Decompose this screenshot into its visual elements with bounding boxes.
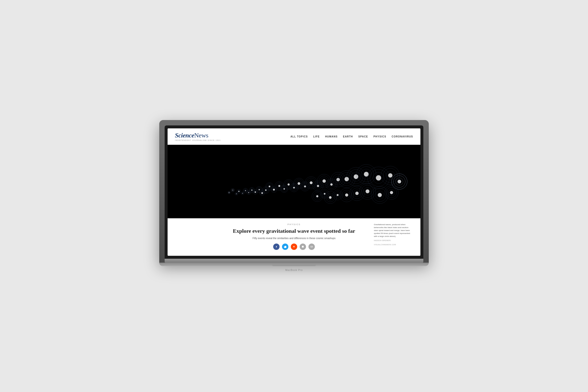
article-title: Explore every gravitational wave event s… — [222, 228, 366, 234]
laptop-bottom-bar — [165, 259, 423, 263]
svg-point-12 — [238, 191, 240, 192]
logo-tagline: INDEPENDENT JOURNALISM SINCE 1921 — [175, 140, 221, 141]
svg-point-99 — [324, 193, 326, 195]
article-main: PHYSICS Explore every gravitational wave… — [222, 223, 366, 250]
gravitational-waves-viz — [168, 145, 420, 218]
svg-point-6 — [232, 190, 233, 190]
svg-point-119 — [354, 174, 358, 179]
nav-physics[interactable]: PHYSICS — [374, 135, 386, 138]
svg-point-9 — [236, 194, 237, 194]
article-area: PHYSICS Explore every gravitational wave… — [168, 218, 420, 256]
svg-point-151 — [398, 180, 401, 184]
hero-image — [168, 145, 420, 218]
svg-rect-155 — [311, 246, 312, 247]
share-print-button[interactable] — [300, 244, 306, 250]
svg-point-139 — [378, 193, 382, 197]
share-twitter-button[interactable] — [282, 244, 288, 250]
svg-point-87 — [330, 183, 333, 186]
svg-point-79 — [317, 185, 319, 187]
svg-point-55 — [284, 188, 285, 190]
laptop-stand — [159, 263, 429, 266]
svg-point-15 — [242, 193, 243, 194]
svg-rect-0 — [184, 145, 404, 218]
svg-point-44 — [269, 186, 270, 188]
svg-point-95 — [316, 195, 318, 198]
nav-coronavirus[interactable]: CORONAVIRUS — [392, 135, 413, 138]
svg-point-107 — [337, 194, 338, 196]
laptop-body: ScienceNews INDEPENDENT JOURNALISM SINCE… — [159, 120, 429, 263]
svg-point-26 — [251, 190, 252, 191]
svg-point-67 — [298, 182, 300, 185]
svg-point-47 — [273, 189, 275, 190]
nav-life[interactable]: LIFE — [313, 135, 320, 138]
svg-point-75 — [310, 181, 312, 184]
share-reddit-button[interactable]: R — [291, 244, 297, 250]
logo-area: ScienceNews INDEPENDENT JOURNALISM SINCE… — [175, 132, 221, 141]
svg-point-3 — [229, 192, 230, 193]
svg-point-147 — [390, 191, 393, 194]
svg-point-83 — [322, 179, 326, 183]
sidebar-credit-url: VISUALCINNAMON.COM — [374, 244, 413, 246]
sidebar-description: Gravitational waves, produced when behem… — [374, 223, 413, 238]
laptop-model-label: MacBook Pro — [285, 269, 302, 272]
svg-point-33 — [259, 189, 260, 190]
article-sidebar: Gravitational waves, produced when behem… — [374, 223, 413, 248]
svg-point-103 — [329, 196, 332, 199]
sidebar-credit-name: NADESH BREMER/ — [374, 239, 413, 242]
share-facebook-button[interactable] — [273, 244, 280, 250]
svg-point-131 — [366, 190, 370, 193]
svg-point-29 — [254, 191, 256, 193]
svg-point-40 — [265, 190, 266, 191]
screen: ScienceNews INDEPENDENT JOURNALISM SINCE… — [168, 128, 420, 256]
share-icons: R — [222, 244, 366, 250]
nav-links: ALL TOPICS LIFE HUMANS EARTH SPACE PHYSI… — [290, 135, 413, 138]
navbar: ScienceNews INDEPENDENT JOURNALISM SINCE… — [168, 128, 420, 145]
svg-point-63 — [293, 187, 295, 189]
svg-rect-154 — [302, 247, 304, 248]
share-email-button[interactable] — [308, 244, 315, 250]
svg-point-51 — [278, 185, 280, 187]
svg-point-127 — [364, 172, 369, 177]
svg-point-22 — [248, 192, 249, 193]
svg-point-143 — [388, 173, 392, 178]
screen-bezel: ScienceNews INDEPENDENT JOURNALISM SINCE… — [165, 126, 423, 259]
laptop-mockup: ScienceNews INDEPENDENT JOURNALISM SINCE… — [159, 120, 429, 272]
nav-earth[interactable]: EARTH — [343, 135, 353, 138]
svg-point-36 — [262, 192, 263, 194]
svg-point-71 — [304, 186, 306, 188]
svg-point-19 — [245, 190, 246, 191]
nav-space[interactable]: SPACE — [358, 135, 368, 138]
svg-point-59 — [288, 184, 290, 186]
svg-point-135 — [376, 175, 381, 180]
svg-point-115 — [345, 194, 348, 197]
site-logo[interactable]: ScienceNews — [175, 132, 221, 139]
svg-point-123 — [355, 192, 359, 195]
article-category: PHYSICS — [222, 223, 366, 226]
nav-all-topics[interactable]: ALL TOPICS — [290, 135, 308, 138]
article-subtitle: Fifty events reveal the similarities and… — [222, 236, 366, 240]
nav-humans[interactable]: HUMANS — [325, 135, 338, 138]
